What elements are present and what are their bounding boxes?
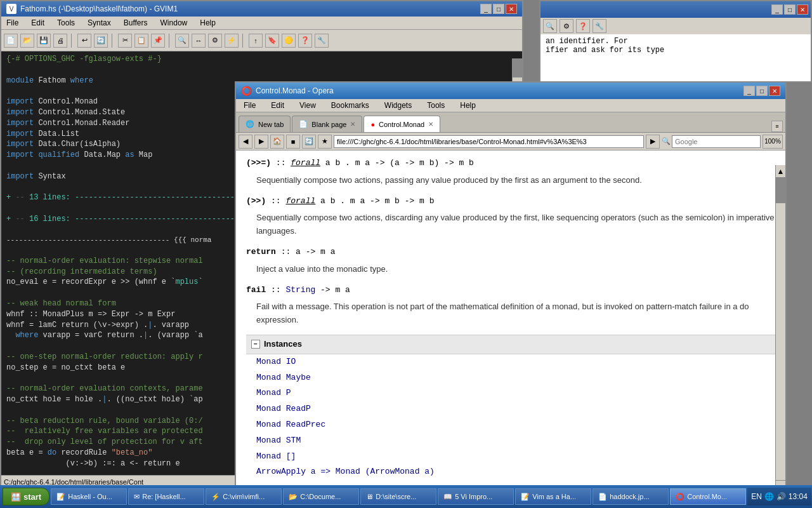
instance-monad-io[interactable]: Monad IO <box>246 354 775 370</box>
tb-h3[interactable]: 🟡 <box>282 34 296 48</box>
instance-monad-list[interactable]: Monad [] <box>246 449 775 465</box>
nav-home-button[interactable]: 🏠 <box>270 135 284 149</box>
instance-monad-readp[interactable]: Monad ReadP <box>246 401 775 417</box>
nav-zoom-btn[interactable]: 100% <box>763 135 783 149</box>
tb-find[interactable]: 🔍 <box>175 34 189 48</box>
opera-window-controls: _ □ ✕ <box>743 86 780 96</box>
menu-file[interactable]: File <box>4 18 21 28</box>
opera-menu-widgets[interactable]: Widgets <box>382 100 414 110</box>
doc-desc-bind: Sequentially compose two actions, passin… <box>256 174 775 187</box>
taskbar-label-site: D:\site\scre... <box>376 493 416 500</box>
tb-h4[interactable]: ❓ <box>298 34 312 48</box>
nav-back-button[interactable]: ◀ <box>239 135 252 149</box>
nav-stop-button[interactable]: ■ <box>286 135 300 149</box>
menu-tools[interactable]: Tools <box>55 18 77 28</box>
nav-reload-button[interactable]: 🔄 <box>302 135 316 149</box>
tb-redo[interactable]: 🔄 <box>94 34 108 48</box>
menu-window[interactable]: Window <box>158 18 190 28</box>
partial-maximize[interactable]: □ <box>784 4 796 15</box>
taskbar-item-viimpro[interactable]: 📖 5 Vi Impro... <box>438 488 514 505</box>
opera-menu-tools[interactable]: Tools <box>424 100 447 110</box>
tb-replace[interactable]: ↔ <box>192 34 206 48</box>
tb-new[interactable]: 📄 <box>4 34 18 48</box>
tb-h2[interactable]: 🔖 <box>265 34 279 48</box>
taskbar-item-vimha[interactable]: 📝 Vim as a Ha... <box>515 488 591 505</box>
nav-bookmark-button[interactable]: ★ <box>318 135 332 149</box>
menu-syntax[interactable]: Syntax <box>85 18 114 28</box>
taskbar-item-rehaskell[interactable]: ✉ Re: [Haskell... <box>128 488 204 505</box>
partial-minimize[interactable]: _ <box>771 4 783 15</box>
opera-close-button[interactable]: ✕ <box>769 86 780 96</box>
partial-close[interactable]: ✕ <box>797 4 808 15</box>
tab-blank-page[interactable]: 📄 Blank page ✕ <box>292 116 362 132</box>
taskbar-item-haskell[interactable]: 📝 Haskell - Ou... <box>51 488 127 505</box>
network-icon: 🌐 <box>764 492 774 501</box>
opera-minimize-button[interactable]: _ <box>743 86 755 96</box>
tab-control-monad[interactable]: ● Control.Monad ✕ <box>363 116 440 132</box>
start-label: start <box>23 492 41 502</box>
nav-go-button[interactable]: ▶ <box>646 135 660 149</box>
partial-content: an identifier. For ifier and ask for its… <box>540 34 811 81</box>
nav-forward-button[interactable]: ▶ <box>254 135 268 149</box>
menu-help[interactable]: Help <box>197 18 218 28</box>
tab-new-tab[interactable]: 🌐 New tab <box>239 116 291 132</box>
menu-edit[interactable]: Edit <box>29 18 47 28</box>
taskbar: 🪟 start 📝 Haskell - Ou... ✉ Re: [Haskell… <box>0 485 812 508</box>
tb-copy[interactable]: 📋 <box>134 34 148 48</box>
opera-scrollbar[interactable]: ▲ ▼ <box>775 165 785 493</box>
start-button[interactable]: 🪟 start <box>3 488 49 505</box>
partial-tb-btn1[interactable]: 🔍 <box>543 19 557 33</box>
tab-blank-page-close[interactable]: ✕ <box>350 121 355 128</box>
tb-cut[interactable]: ✂ <box>118 34 132 48</box>
close-button[interactable]: ✕ <box>506 4 517 14</box>
instance-monad-readprec[interactable]: Monad ReadPrec <box>246 417 775 433</box>
opera-menu-file[interactable]: File <box>241 100 258 110</box>
tb-h5[interactable]: 🔧 <box>315 34 329 48</box>
address-bar[interactable] <box>334 135 644 148</box>
instance-arrowapply[interactable]: ArrowApply a => Monad (ArrowMonad a) <box>246 464 775 478</box>
taskbar-item-site[interactable]: 🖥 D:\site\scre... <box>360 488 436 505</box>
minimize-button[interactable]: _ <box>480 4 492 14</box>
scrollbar-up-button[interactable]: ▲ <box>776 165 785 178</box>
opera-tabs-bar: 🌐 New tab 📄 Blank page ✕ ● Control.Monad… <box>236 112 785 133</box>
toolbar-separator-2 <box>112 34 114 48</box>
opera-menu-bookmarks[interactable]: Bookmarks <box>329 100 372 110</box>
tb-open[interactable]: 📂 <box>20 34 34 48</box>
taskbar-item-docume[interactable]: 📂 C:\Docume... <box>283 488 359 505</box>
tb-h1[interactable]: ↑ <box>249 34 263 48</box>
taskbar-icon-haskell: 📝 <box>56 493 65 501</box>
opera-maximize-button[interactable]: □ <box>756 86 768 96</box>
taskbar-item-controlmo[interactable]: ⭕ Control.Mo... <box>670 488 746 505</box>
taskbar-label-vimha: Vim as a Ha... <box>532 493 576 500</box>
taskbar-item-vim[interactable]: ⚡ C:\vim\vimfi... <box>206 488 282 505</box>
return-separator: :: a -> m a <box>281 247 336 257</box>
gvim-scrollbar-thumb[interactable] <box>513 58 522 77</box>
scrollbar-thumb[interactable] <box>776 178 785 203</box>
fail-type-string: String <box>285 285 315 295</box>
opera-menu-view[interactable]: View <box>297 100 318 110</box>
partial-tb-btn2[interactable]: ⚙ <box>560 19 573 33</box>
partial-tb-btn4[interactable]: 🔧 <box>593 19 606 33</box>
search-input[interactable] <box>672 135 761 148</box>
tab-control-monad-close[interactable]: ✕ <box>428 121 433 128</box>
tb-print[interactable]: 🖨 <box>53 34 67 48</box>
partial-tb-btn3[interactable]: ❓ <box>576 19 590 33</box>
maximize-button[interactable]: □ <box>493 4 504 14</box>
tab-new-tab-icon: 🌐 <box>246 120 254 128</box>
tb-g1[interactable]: ⚙ <box>208 34 222 48</box>
tb-paste[interactable]: 📌 <box>151 34 165 48</box>
taskbar-item-haddock[interactable]: 📄 haddock.jp... <box>593 488 669 505</box>
system-tray: EN 🌐 🔊 13:04 <box>747 488 811 505</box>
tab-blank-page-label: Blank page <box>311 121 346 128</box>
tb-g2[interactable]: ⚡ <box>225 34 239 48</box>
tb-undo[interactable]: ↩ <box>77 34 91 48</box>
opera-menu-help[interactable]: Help <box>457 100 478 110</box>
instance-monad-p[interactable]: Monad P <box>246 385 775 401</box>
opera-menu-edit[interactable]: Edit <box>268 100 287 110</box>
tb-save[interactable]: 💾 <box>37 34 51 48</box>
menu-buffers[interactable]: Buffers <box>121 18 150 28</box>
instance-monad-stm[interactable]: Monad STM <box>246 433 775 449</box>
instances-collapse-button[interactable]: − <box>251 340 260 349</box>
tab-stack-btn[interactable]: ≡ <box>771 121 783 132</box>
instance-monad-maybe[interactable]: Monad Maybe <box>246 370 775 386</box>
